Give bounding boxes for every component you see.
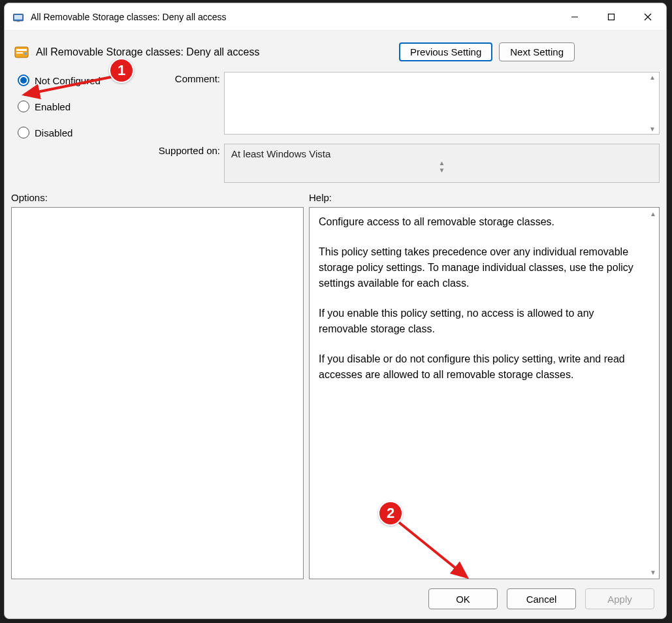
supported-label: Supported on: (142, 144, 220, 156)
ok-button[interactable]: OK (428, 588, 498, 609)
minimize-button[interactable] (556, 3, 593, 30)
supported-scroll[interactable]: ▲ ▼ (231, 159, 652, 174)
help-paragraph: If you enable this policy setting, no ac… (319, 306, 638, 337)
radio-enabled[interactable]: Enabled (18, 101, 129, 112)
scroll-up-icon: ▲ (647, 210, 659, 217)
scroll-down-icon: ▼ (231, 167, 652, 174)
svg-rect-1 (14, 15, 22, 20)
annotation-badge-1: 1 (109, 58, 134, 83)
policy-icon (14, 44, 29, 60)
footer-buttons: OK Cancel Apply (11, 579, 660, 615)
help-scrollbar[interactable]: ▲ ▼ (647, 208, 659, 579)
svg-rect-8 (16, 49, 27, 51)
radio-label: Disabled (35, 127, 72, 138)
radio-label: Enabled (35, 101, 71, 112)
radio-icon (18, 74, 29, 86)
nav-buttons: Previous Setting Next Setting (399, 42, 575, 61)
help-paragraph: If you disable or do not configure this … (319, 351, 638, 383)
window-title: All Removable Storage classes: Deny all … (31, 12, 556, 22)
options-label: Options: (11, 192, 304, 203)
scroll-down-icon: ▼ (647, 125, 658, 133)
help-paragraph: This policy setting takes precedence ove… (319, 244, 638, 291)
help-label: Help: (309, 192, 332, 203)
supported-on-field: At least Windows Vista ▲ ▼ (224, 144, 660, 183)
svg-rect-4 (609, 14, 615, 20)
policy-header: All Removable Storage classes: Deny all … (14, 42, 660, 61)
radio-label: Not Configured (35, 75, 101, 86)
titlebar: All Removable Storage classes: Deny all … (5, 3, 666, 31)
radio-icon (18, 127, 29, 138)
help-paragraph: Configure access to all removable storag… (319, 214, 638, 230)
maximize-button[interactable] (593, 3, 630, 30)
content-area: All Removable Storage classes: Deny all … (5, 31, 666, 618)
dialog-window: All Removable Storage classes: Deny all … (4, 3, 667, 619)
comment-input[interactable]: ▲ ▼ (224, 72, 660, 135)
panes-labels: Options: Help: (11, 192, 660, 203)
window-controls (556, 3, 666, 30)
state-radios: Not Configured Enabled Disabled (11, 72, 129, 183)
svg-rect-9 (16, 52, 23, 54)
scroll-up-icon: ▲ (231, 159, 652, 167)
svg-point-10 (24, 52, 27, 55)
fields: Comment: ▲ ▼ Supported on: At least Wind… (142, 72, 660, 183)
supported-value: At least Windows Vista (231, 148, 330, 159)
policy-title: All Removable Storage classes: Deny all … (36, 46, 392, 58)
cancel-button[interactable]: Cancel (507, 588, 576, 609)
radio-disabled[interactable]: Disabled (18, 127, 129, 138)
scroll-up-icon: ▲ (647, 74, 658, 81)
close-button[interactable] (630, 3, 666, 30)
next-setting-button[interactable]: Next Setting (499, 42, 575, 61)
comment-label: Comment: (142, 72, 220, 84)
comment-scroll[interactable]: ▲ ▼ (647, 74, 658, 133)
scroll-down-icon: ▼ (647, 569, 659, 576)
top-form: Not Configured Enabled Disabled Comment:… (11, 72, 660, 183)
options-pane (11, 207, 304, 579)
panes: Configure access to all removable storag… (11, 207, 660, 579)
previous-setting-button[interactable]: Previous Setting (399, 42, 492, 61)
help-text: Configure access to all removable storag… (310, 208, 647, 579)
radio-icon (18, 101, 29, 112)
help-pane: Configure access to all removable storag… (309, 207, 660, 579)
annotation-badge-2: 2 (378, 501, 403, 526)
app-icon (12, 11, 24, 23)
svg-rect-2 (17, 21, 20, 22)
apply-button: Apply (585, 588, 654, 609)
